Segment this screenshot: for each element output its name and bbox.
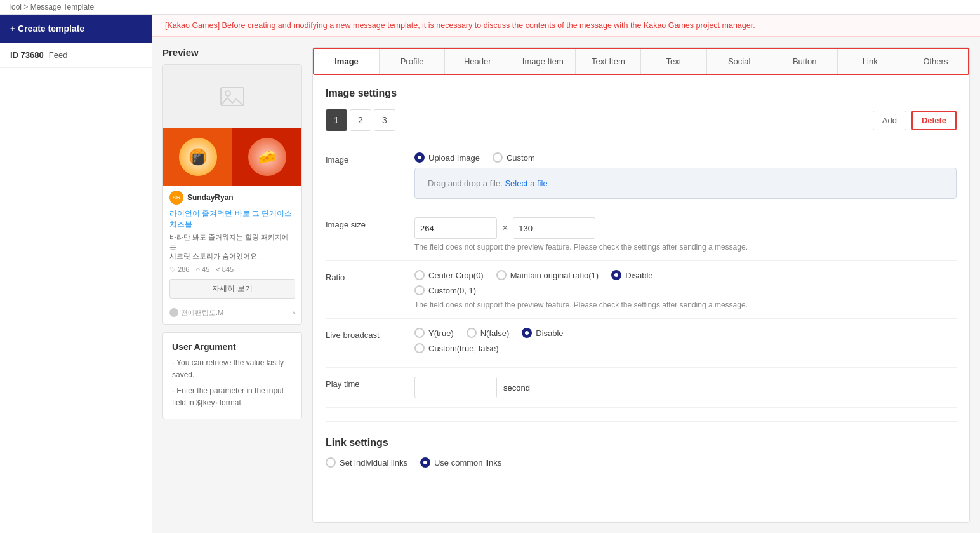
ratio-radio-group: Center Crop(0) Maintain original ratio(1…	[414, 270, 957, 280]
add-button[interactable]: Add	[873, 111, 906, 130]
custom-live-radio	[414, 343, 425, 353]
breadcrumb: Tool > Message Template	[0, 0, 980, 15]
custom-ratio-radio	[414, 285, 425, 295]
maintain-ratio-radio	[496, 270, 507, 280]
avatar: SR	[169, 191, 183, 205]
select-file-link[interactable]: Select a file	[505, 179, 547, 188]
link-settings-title: Link settings	[326, 437, 957, 449]
custom-radio-circle	[493, 152, 503, 163]
preview-footer: 전애팬팀도.M ›	[169, 304, 295, 319]
image-label: Image	[326, 152, 414, 165]
user-argument-line2: - Enter the parameter in the input field…	[172, 385, 293, 409]
svg-point-1	[225, 91, 230, 96]
custom-option[interactable]: Custom	[493, 152, 535, 163]
center-crop-option[interactable]: Center Crop(0)	[414, 270, 484, 280]
disable-ratio-option[interactable]: Disable	[611, 270, 652, 280]
ytrue-radio	[414, 328, 425, 338]
center-crop-radio	[414, 270, 425, 280]
height-input[interactable]	[513, 217, 595, 239]
size-hint: The field does not support the preview f…	[414, 243, 957, 252]
user-argument-title: User Argument	[172, 342, 293, 352]
section-title: Image settings	[326, 88, 957, 99]
set-individual-option[interactable]: Set individual links	[326, 457, 407, 468]
tabs-bar: Image Profile Header Image Item Text Ite	[313, 48, 969, 75]
custom-ratio-option[interactable]: Custom(0, 1)	[414, 285, 476, 295]
preview-user: SR SundayRyan	[169, 191, 295, 205]
delete-button[interactable]: Delete	[911, 111, 957, 130]
image-row: Image Upload Image Custom	[326, 144, 957, 208]
preview-stats: ♡ 286 ○ 45 < 845	[169, 266, 295, 274]
user-argument-line1: - You can retrieve the value lastly save…	[172, 357, 293, 381]
live-options: Y(true) N(false) Disable	[414, 328, 957, 358]
disable-ratio-radio	[611, 270, 621, 280]
nfalse-option[interactable]: N(false)	[467, 328, 510, 338]
common-radio	[420, 457, 430, 468]
disable-live-radio	[522, 328, 532, 338]
ytrue-option[interactable]: Y(true)	[414, 328, 454, 338]
number-tabs: 1 2 3 Add	[326, 109, 957, 131]
tab-text[interactable]: Text	[641, 49, 706, 74]
link-radio-group: Set individual links Use common links	[326, 457, 957, 468]
individual-radio	[326, 457, 336, 468]
tab-profile[interactable]: Profile	[380, 49, 445, 74]
image-options: Upload Image Custom Drag and drop a file…	[414, 152, 957, 199]
tab-header[interactable]: Header	[445, 49, 510, 74]
preview-box: 🍘 🧀 SR SundayRyan	[162, 64, 302, 325]
size-inputs: ×	[414, 217, 957, 239]
drop-zone: Drag and drop a file. Select a file	[414, 168, 957, 199]
num-tab-2[interactable]: 2	[350, 109, 371, 131]
nfalse-radio	[467, 328, 477, 338]
preview-detail-button[interactable]: 자세히 보기	[169, 279, 295, 299]
tab-social[interactable]: Social	[707, 49, 772, 74]
use-common-option[interactable]: Use common links	[420, 457, 501, 468]
image-size-label: Image size	[326, 217, 414, 229]
num-tab-1[interactable]: 1	[326, 109, 347, 131]
num-tab-3[interactable]: 3	[374, 109, 395, 131]
maintain-ratio-option[interactable]: Maintain original ratio(1)	[496, 270, 599, 280]
live-radio-group: Y(true) N(false) Disable	[414, 328, 957, 338]
preview-images-row: 🍘 🧀	[163, 128, 301, 186]
play-time-value: second	[414, 377, 957, 398]
image-radio-group: Upload Image Custom	[414, 152, 957, 163]
play-time-row: Play time second	[326, 368, 957, 408]
ratio-hint: The field does not support the preview f…	[414, 300, 957, 309]
link-settings-section: Link settings Set individual links Use c…	[326, 421, 957, 468]
tab-image-item[interactable]: Image Item	[510, 49, 576, 74]
settings-content: Image settings 1 2 3	[313, 75, 969, 485]
ratio-row: Ratio Center Crop(0) Maintain	[326, 261, 957, 319]
custom-live-option[interactable]: Custom(true, false)	[414, 343, 499, 353]
notice-banner: [Kakao Games] Before creating and modify…	[152, 15, 980, 37]
ratio-options: Center Crop(0) Maintain original ratio(1…	[414, 270, 957, 309]
settings-panel: Image Profile Header Image Item Text Ite	[312, 47, 970, 523]
play-time-input[interactable]	[414, 377, 497, 398]
size-cross: ×	[502, 222, 508, 234]
play-time-label: Play time	[326, 377, 414, 389]
image-size-row: Image size × The field does not support …	[326, 208, 957, 261]
ratio-label: Ratio	[326, 270, 414, 282]
upload-radio-circle	[414, 152, 425, 163]
tab-link[interactable]: Link	[838, 49, 903, 74]
preview-text-sub: 바라만 봐도 즐거워지는 힐링 패키지에는 시크릿 스토리가 숨어있어요.	[169, 233, 295, 262]
width-input[interactable]	[414, 217, 497, 239]
tab-text-item[interactable]: Text Item	[576, 49, 641, 74]
preview-image-placeholder	[163, 65, 301, 128]
tab-others[interactable]: Others	[903, 49, 968, 74]
tab-button[interactable]: Button	[772, 49, 838, 74]
preview-img-left: 🍘	[163, 128, 232, 186]
create-template-button[interactable]: + Create template	[0, 15, 152, 43]
live-label: Live broadcast	[326, 328, 414, 340]
image-size-value: × The field does not support the preview…	[414, 217, 957, 252]
user-argument-panel: User Argument - You can retrieve the val…	[162, 332, 302, 419]
sidebar-item-template[interactable]: ID 73680 Feed	[0, 43, 152, 68]
tab-image[interactable]: Image	[314, 49, 380, 74]
upload-image-option[interactable]: Upload Image	[414, 152, 480, 163]
play-time-unit: second	[503, 383, 530, 393]
disable-live-option[interactable]: Disable	[522, 328, 563, 338]
preview-title: Preview	[162, 47, 302, 58]
live-broadcast-row: Live broadcast Y(true) N(fals	[326, 319, 957, 368]
preview-text-main: 라이언이 즐겨먹던 바로 그 딘케이스치즈볼	[169, 208, 295, 230]
preview-img-right: 🧀	[232, 128, 301, 186]
